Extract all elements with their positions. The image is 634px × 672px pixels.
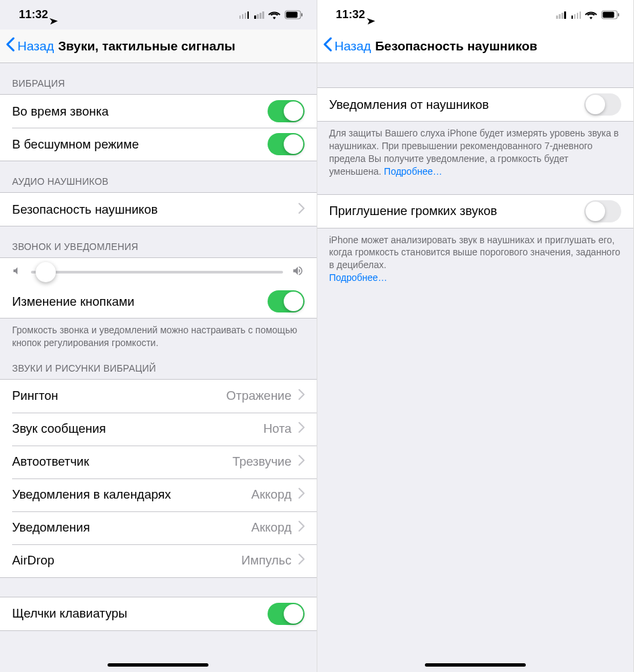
section-header-headphone-audio: АУДИО НАУШНИКОВ [0,161,317,192]
footer-text: Для защиты Вашего слуха iPhone будет изм… [329,128,619,177]
row-label: AirDrop [12,553,241,568]
chevron-right-icon [299,389,305,403]
switch-change-with-buttons[interactable] [268,290,305,312]
chevron-right-icon [299,554,305,567]
section-header-ringer: ЗВОНОК И УВЕДОМЛЕНИЯ [0,226,317,257]
screen-headphone-safety: 11:32 Назад Безопасность наушников [317,0,635,672]
row-label: Щелчки клавиатуры [12,606,268,621]
group-vibration: Во время звонка В бесшумном режиме [0,94,317,161]
svg-rect-4 [603,12,615,18]
group-headphone-audio: Безопасность наушников [0,192,317,226]
row-label: Уведомления [12,520,251,535]
svg-rect-2 [301,13,303,17]
chevron-right-icon [299,203,305,216]
nav-bar: Назад Звуки, тактильные сигналы [0,30,317,63]
status-bar: 11:32 [0,0,317,30]
back-button[interactable]: Назад [5,37,54,55]
row-sound-pattern[interactable]: Звук сообщенияНота [0,413,317,446]
chevron-right-icon [299,422,305,435]
group-reduce-loud-sounds: Приглушение громких звуков [317,194,634,228]
signal-secondary-icon [254,11,264,19]
footer-reduce-loud-sounds: iPhone может анализировать звук в наушни… [317,228,634,289]
page-title: Безопасность наушников [375,39,537,54]
row-headphone-safety[interactable]: Безопасность наушников [0,193,317,226]
footer-headphone-notifications: Для защиты Вашего слуха iPhone будет изм… [317,122,634,182]
nav-bar: Назад Безопасность наушников [317,30,634,63]
learn-more-link[interactable]: Подробнее… [329,272,388,283]
row-label: Звук сообщения [12,421,264,436]
home-indicator[interactable] [425,663,526,667]
back-button[interactable]: Назад [323,37,371,55]
learn-more-link[interactable]: Подробнее… [384,166,442,177]
row-reduce-loud-sounds[interactable]: Приглушение громких звуков [317,195,634,228]
row-label: Приглушение громких звуков [329,204,585,218]
switch-headphone-notifications[interactable] [584,93,621,116]
chevron-left-icon [5,37,15,55]
volume-slider[interactable] [31,271,283,274]
row-value: Аккорд [251,487,292,502]
row-value: Импульс [241,553,292,568]
row-value: Нота [264,421,292,436]
row-label: Во время звонка [12,104,268,119]
chevron-left-icon [323,37,332,55]
wifi-icon [268,10,280,19]
speaker-low-icon [12,265,23,279]
row-label: Уведомления от наушников [329,97,585,112]
status-time: 11:32 [336,8,365,22]
status-time: 11:32 [19,8,48,22]
speaker-high-icon [291,265,305,280]
svg-rect-1 [286,12,297,18]
row-value: Трезвучие [233,454,292,469]
row-label: Рингтон [12,388,227,403]
back-label: Назад [17,39,54,54]
page-title: Звуки, тактильные сигналы [58,39,235,54]
chevron-right-icon [299,455,305,468]
signal-primary-icon [556,11,566,19]
row-sound-pattern[interactable]: AirDropИмпульс [0,544,317,577]
wifi-icon [585,10,597,19]
row-sound-pattern[interactable]: АвтоответчикТрезвучие [0,446,317,478]
home-indicator[interactable] [108,663,208,667]
row-sound-pattern[interactable]: УведомленияАккорд [0,511,317,544]
row-vibrate-on-ring[interactable]: Во время звонка [0,95,317,128]
section-header-vibration: ВИБРАЦИЯ [0,63,317,94]
row-label: Уведомления в календарях [12,487,251,502]
signal-primary-icon [239,11,249,19]
row-change-with-buttons[interactable]: Изменение кнопками [0,285,317,318]
screen-sounds-haptics: 11:32 Назад Звуки, тактильные сигналы ВИ… [0,0,317,672]
switch-reduce-loud-sounds[interactable] [584,200,621,222]
switch-keyboard-clicks[interactable] [268,603,305,625]
group-sounds-patterns: РингтонОтражениеЗвук сообщенияНотаАвтоот… [0,379,317,578]
back-label: Назад [335,39,371,54]
row-headphone-notifications[interactable]: Уведомления от наушников [317,88,634,121]
switch-vibrate-on-ring[interactable] [268,100,305,122]
svg-rect-5 [618,13,619,17]
slider-thumb[interactable] [36,262,56,282]
footer-text: iPhone может анализировать звук в наушни… [329,235,621,271]
row-vibrate-on-silent[interactable]: В бесшумном режиме [0,128,317,161]
battery-icon [601,10,620,19]
group-headphone-notifications: Уведомления от наушников [317,87,634,122]
group-ringer: Изменение кнопками [0,257,317,319]
row-value: Аккорд [251,520,292,535]
group-keyboard-clicks: Щелчки клавиатуры [0,597,317,631]
row-label: В бесшумном режиме [12,137,268,152]
row-keyboard-clicks[interactable]: Щелчки клавиатуры [0,597,317,630]
chevron-right-icon [299,521,305,534]
row-label: Изменение кнопками [12,294,268,309]
section-header-sounds-patterns: ЗВУКИ И РИСУНКИ ВИБРАЦИЙ [0,353,317,379]
row-label: Безопасность наушников [12,202,299,217]
row-volume-slider [0,258,317,285]
switch-vibrate-on-silent[interactable] [268,133,305,155]
row-value: Отражение [227,388,292,403]
row-label: Автоответчик [12,454,233,469]
signal-secondary-icon [571,11,582,19]
row-sound-pattern[interactable]: РингтонОтражение [0,380,317,413]
status-bar: 11:32 [317,0,634,30]
chevron-right-icon [299,488,305,501]
row-sound-pattern[interactable]: Уведомления в календаряхАккорд [0,478,317,511]
battery-icon [284,10,303,19]
footer-ringer: Громкость звонка и уведомлений можно нас… [0,319,317,353]
